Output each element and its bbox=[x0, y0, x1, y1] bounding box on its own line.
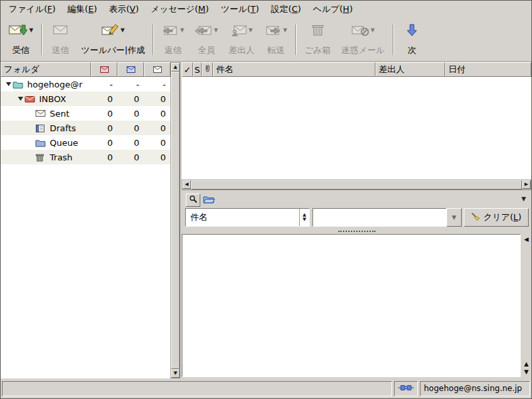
message-list-body[interactable] bbox=[182, 77, 531, 180]
subject-column-label: 件名 bbox=[216, 64, 233, 76]
reply-to-sender-label: 差出人 bbox=[229, 44, 255, 56]
folder-name: INBOX bbox=[36, 94, 91, 104]
scroll-left-arrow-icon[interactable]: ◀ bbox=[182, 180, 191, 189]
status-message-area bbox=[2, 381, 392, 396]
search-folder-button[interactable] bbox=[203, 195, 215, 205]
search-icon bbox=[189, 195, 198, 205]
reply-all-icon bbox=[195, 23, 212, 38]
folder-row-drafts[interactable]: Drafts 0 0 0 bbox=[1, 121, 170, 135]
clear-button[interactable]: クリア(L) bbox=[464, 208, 529, 227]
scrollbar-thumb[interactable] bbox=[171, 72, 180, 369]
folder-row-inbox[interactable]: INBOX 0 0 0 bbox=[1, 91, 170, 106]
folder-new-count: 0 bbox=[91, 94, 117, 104]
sent-folder-icon bbox=[35, 109, 47, 117]
junk-mail-icon bbox=[352, 23, 369, 38]
new-mail-icon bbox=[100, 65, 109, 75]
forward-icon bbox=[265, 23, 281, 38]
menu-help-label: ヘルプ(H) bbox=[313, 4, 353, 14]
send-button: 送信 bbox=[45, 18, 76, 61]
reply-to-sender-dropdown-arrow-icon: ▼ bbox=[249, 28, 253, 33]
message-view bbox=[182, 234, 521, 377]
expander-icon[interactable] bbox=[17, 97, 25, 101]
folder-row-account[interactable]: hogehoge@r - - - bbox=[1, 77, 170, 91]
next-button[interactable]: 次 bbox=[397, 18, 427, 61]
search-input[interactable] bbox=[312, 208, 446, 227]
folder-new-count: 0 bbox=[91, 138, 117, 148]
menu-tools-label: ツール(T) bbox=[221, 4, 259, 14]
compose-dropdown-arrow-icon[interactable]: ▼ bbox=[121, 28, 125, 33]
receive-button[interactable]: ▼ 受信 bbox=[3, 18, 38, 61]
message-view-side-strip: ◀ ▲ ▼ bbox=[521, 234, 531, 377]
folder-unread-count: 0 bbox=[117, 123, 144, 133]
next-arrow-icon bbox=[407, 23, 417, 38]
inbox-folder-icon bbox=[25, 95, 36, 103]
from-column-header[interactable]: 差出人 bbox=[375, 62, 445, 77]
menu-file[interactable]: ファイル(F) bbox=[3, 1, 62, 18]
menu-edit[interactable]: 編集(E) bbox=[62, 1, 103, 18]
toolbar-separator bbox=[295, 25, 297, 55]
folder-name: hogehoge@r bbox=[25, 80, 91, 89]
folder-row-trash[interactable]: Trash 0 0 0 bbox=[1, 150, 170, 164]
scrollbar-thumb[interactable] bbox=[191, 180, 522, 190]
reply-icon bbox=[162, 23, 178, 38]
search-button[interactable] bbox=[186, 194, 200, 207]
search-history-dropdown-button[interactable]: ▼ bbox=[446, 208, 462, 227]
folder-new-count: 0 bbox=[91, 109, 117, 119]
folder-name: Sent bbox=[47, 109, 91, 119]
menu-view[interactable]: 表示(V) bbox=[103, 1, 145, 18]
menu-help[interactable]: ヘルプ(H) bbox=[307, 1, 359, 18]
compose-button[interactable]: ▼ ツールバー|作成 bbox=[76, 18, 150, 61]
folder-unread-count: 0 bbox=[117, 94, 144, 104]
scroll-up-arrow-icon[interactable]: ▲ bbox=[171, 63, 180, 72]
mark-column-header[interactable]: ✓ bbox=[182, 62, 193, 77]
collapse-left-arrow-icon[interactable]: ◀ bbox=[524, 236, 529, 243]
quick-search-panel: ▼ 件名 ▲▼ ▼ クリア(L) bbox=[182, 190, 531, 229]
message-scroll-up-icon[interactable]: ▲ bbox=[524, 361, 529, 367]
folder-new-count: - bbox=[91, 80, 117, 89]
mail-client-window: ファイル(F) 編集(E) 表示(V) メッセージ(M) ツール(T) 設定(C… bbox=[0, 0, 532, 399]
connection-plug-icon bbox=[398, 384, 414, 394]
folder-pane-scrollbar[interactable]: ▲ ▼ bbox=[170, 62, 180, 378]
unread-count-column-header[interactable] bbox=[117, 62, 144, 77]
collapse-search-arrow-icon[interactable]: ▼ bbox=[521, 196, 526, 202]
combo-stepper-icon[interactable]: ▲▼ bbox=[299, 209, 309, 226]
message-list-scrollbar[interactable]: ◀ ▶ bbox=[182, 180, 531, 190]
subject-column-header[interactable]: 件名 bbox=[213, 62, 375, 77]
status-column-header[interactable]: S bbox=[193, 62, 202, 77]
menu-tools[interactable]: ツール(T) bbox=[215, 1, 265, 18]
current-account-indicator[interactable]: hogehoge@ns.sing.ne.jp bbox=[420, 381, 530, 396]
search-target-combo[interactable]: 件名 ▲▼ bbox=[185, 208, 310, 227]
trash-folder-icon bbox=[35, 153, 47, 162]
folder-list-header: フォルダ bbox=[1, 62, 170, 77]
receive-label: 受信 bbox=[13, 44, 30, 56]
new-count-column-header[interactable] bbox=[91, 62, 117, 77]
forward-label: 転送 bbox=[267, 44, 285, 56]
folder-row-queue[interactable]: Queue 0 0 0 bbox=[1, 135, 170, 150]
reply-to-sender-icon bbox=[231, 23, 247, 38]
receive-mail-icon bbox=[9, 23, 27, 38]
pane-splitter-handle[interactable] bbox=[182, 229, 531, 234]
folder-column-header[interactable]: フォルダ bbox=[1, 62, 91, 77]
toolbar-separator bbox=[153, 25, 154, 55]
menu-edit-label: 編集(E) bbox=[68, 4, 97, 14]
folder-new-count: 0 bbox=[91, 123, 117, 133]
receive-dropdown-arrow-icon[interactable]: ▼ bbox=[29, 28, 33, 33]
message-scroll-down-icon[interactable]: ▼ bbox=[524, 369, 529, 375]
compose-mail-icon bbox=[101, 23, 119, 38]
scroll-right-arrow-icon[interactable]: ▶ bbox=[522, 180, 531, 189]
folder-row-sent[interactable]: Sent 0 0 0 bbox=[1, 106, 170, 121]
expander-icon[interactable] bbox=[5, 82, 13, 86]
toolbar: ▼ 受信 送信 ▼ ツールバー|作成 bbox=[1, 18, 531, 62]
menu-message[interactable]: メッセージ(M) bbox=[145, 1, 215, 18]
date-column-header[interactable]: 日付 bbox=[445, 62, 531, 77]
menu-configuration[interactable]: 設定(C) bbox=[265, 1, 307, 18]
scroll-down-arrow-icon[interactable]: ▼ bbox=[171, 369, 180, 378]
reply-dropdown-arrow-icon: ▼ bbox=[180, 28, 184, 33]
total-count-column-header[interactable] bbox=[144, 62, 170, 77]
reply-to-sender-button: ▼ 差出人 bbox=[224, 18, 260, 61]
trash-icon bbox=[311, 23, 324, 38]
status-column-label: S bbox=[194, 65, 200, 75]
attachment-column-header[interactable] bbox=[202, 62, 213, 77]
chevron-down-icon: ▼ bbox=[452, 214, 456, 221]
online-status-button[interactable] bbox=[394, 381, 418, 396]
